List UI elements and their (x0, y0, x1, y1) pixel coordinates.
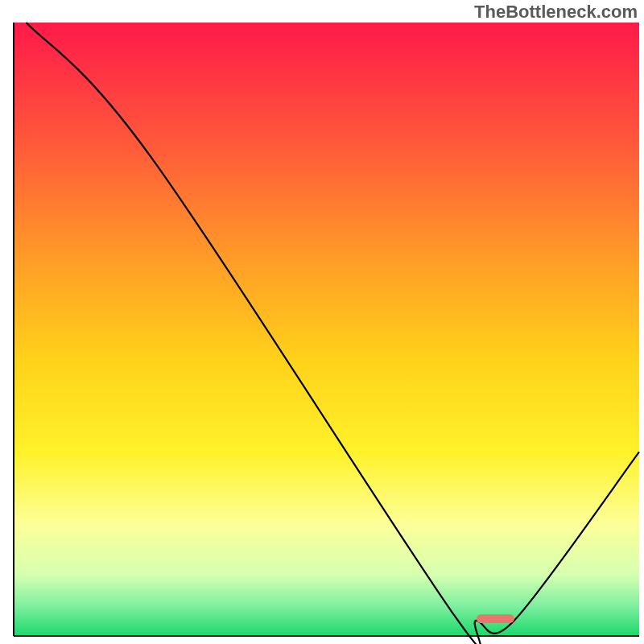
chart-container: TheBottleneck.com (0, 0, 644, 644)
optimal-range-marker (477, 614, 514, 623)
svg-rect-0 (14, 23, 639, 636)
bottleneck-chart (0, 0, 644, 644)
watermark-text: TheBottleneck.com (474, 2, 638, 23)
